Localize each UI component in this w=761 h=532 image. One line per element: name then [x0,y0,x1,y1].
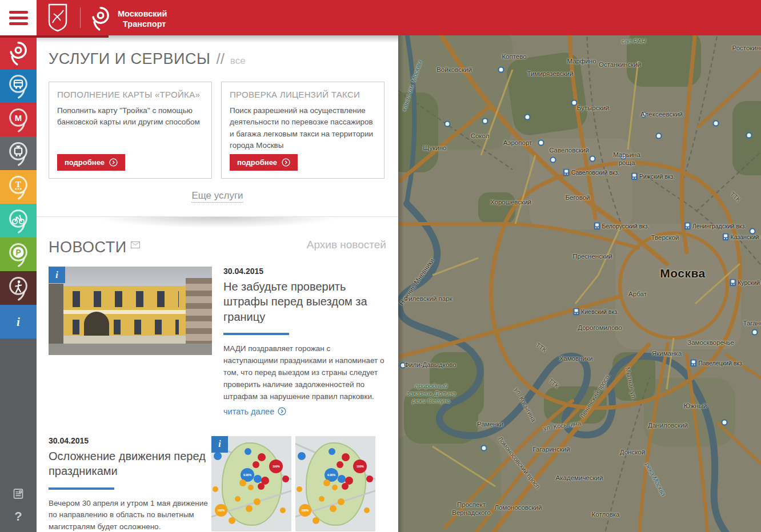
news-date: 30.04.2015 [49,436,211,445]
traffic-circle [330,505,337,512]
sidebar-item-metro[interactable]: М [0,103,37,136]
title-rule [223,333,289,335]
traffic-circle [248,485,254,490]
map-label: Хамовники [559,355,593,363]
arrow-circle-icon [109,158,118,167]
service-card-taxi-license[interactable]: ПРОВЕРКА ЛИЦЕНЗИЙ ТАКСИ Поиск разрешений… [221,82,384,179]
map-label: Савеловский [549,147,589,155]
traffic-circle [337,461,343,468]
traffic-circle [235,496,241,502]
sidebar-item-commuter-rail[interactable] [0,136,37,170]
brand-line1: Московский [118,9,167,19]
traffic-circle [253,461,259,468]
details-button[interactable]: подробнее [57,154,125,171]
metro-station-dot [722,420,728,426]
traffic-circle [342,453,350,461]
railway-station-icon [573,308,579,316]
map-label: Раменки [477,421,503,429]
sidebar-news-feed-button[interactable] [12,487,25,500]
map-label: Арбат [628,291,647,299]
mail-subscribe-icon[interactable] [131,240,140,251]
card-title: ПРОВЕРКА ЛИЦЕНЗИЙ ТАКСИ [230,90,376,99]
traffic-circle [329,448,335,455]
traffic-circle [332,485,338,490]
railway-station-icon [730,279,736,287]
map-label: сад РАН [622,38,646,45]
news-item-title[interactable]: Не забудьте проверить штрафы перед выезд… [223,279,386,324]
content-panel: УСЛУГИ И СЕРВИСЫ // все ПОПОЛНЕНИЕ КАРТЫ… [37,35,398,532]
map-label: Котловка [592,511,620,519]
news-item: 30.04.2015 Осложнение движения перед пра… [49,436,386,532]
map-label: Бутырский [577,104,610,112]
metro-station-dot [713,120,719,127]
card-title: ПОПОЛНЕНИЕ КАРТЫ «ТРОЙКА» [57,90,203,99]
map-label: Останкинский [599,61,641,69]
news-archive-link[interactable]: Архив новостей [307,239,386,251]
metro-station-dot [444,121,451,127]
metro-station-dot [550,157,556,163]
service-card-troika[interactable]: ПОПОЛНЕНИЕ КАРТЫ «ТРОЙКА» Пополнить карт… [49,82,212,179]
news-body: Вечером 30 апреля и утром 1 мая движение… [49,498,211,532]
svg-text:i: i [17,315,20,329]
traffic-circle [366,475,373,482]
brand-name[interactable]: Московский Транспорт [118,9,167,29]
traffic-circle [213,486,218,492]
sidebar-item-ground-transport[interactable] [0,69,37,103]
railway-station-icon [594,223,600,230]
more-services-link[interactable]: Еще услуги [191,190,243,203]
map-label: Фили-Давыдково [404,361,456,369]
news-section: НОВОСТИ Архив новостей i 30.04.20 [37,239,398,532]
news-body: МАДИ поздравляет горожан с наступающими … [223,343,386,403]
sidebar-help-button[interactable]: ? [14,509,22,524]
header: Московский Транспорт [0,0,761,35]
news-image-traffic-maps[interactable]: 100%9.98%100% 100%9.98%100% i [211,436,375,531]
title-rule [49,487,114,490]
map-label: Аэропорт [503,139,532,147]
map-label: Щукино [423,144,447,152]
sidebar-item-parking[interactable]: Р [0,237,37,271]
card-body: Пополнить карту "Тройка" с помощью банко… [57,105,203,128]
city-area-shape [222,442,282,526]
city-area-shape [306,442,366,526]
traffic-circle [245,448,251,455]
news-image-building[interactable]: i [49,267,212,355]
info-badge: i [211,436,228,453]
sidebar-item-bike[interactable] [0,204,37,237]
map-station-label: Ленинградский вкз. [684,223,746,230]
menu-button[interactable] [0,0,37,35]
metro-station-dot [524,114,531,120]
map-label: Пресненский [572,253,612,261]
moscow-transport-logo-icon[interactable] [87,5,114,33]
metro-station-dot [481,445,487,452]
read-more-link[interactable]: читать далее [223,407,286,416]
sidebar-item-taxi[interactable]: Т [0,170,37,204]
news-item: i 30.04.2015 Не забудьте проверить штраф… [49,267,386,417]
details-button[interactable]: подробнее [230,154,298,171]
map-label: Замоскворечье [687,339,734,347]
sidebar-item-info[interactable]: i [0,305,37,338]
railway-station-icon [684,223,691,230]
sidebar-item-transport-home[interactable] [0,35,37,69]
map-label: Алексеевский [640,111,683,119]
card-body: Поиск разрешений на осуществление деятел… [230,105,376,151]
map-label: Марфино [567,58,596,66]
question-icon: ? [14,509,22,524]
arrow-circle-icon [282,158,290,167]
traffic-circle [313,517,319,524]
city-map[interactable]: КоптевоВойковскийТимирязевскийМарфиноОст… [398,35,761,532]
traffic-circle [298,452,306,460]
traffic-circle [229,517,235,524]
svg-text:М: М [15,112,22,122]
traffic-circle [258,483,265,490]
photo-detail [186,278,212,344]
services-title-separator: // [216,50,224,68]
services-all-link[interactable]: все [230,55,246,67]
map-station-label: Киевский вкз. [573,308,619,316]
map-label: Южный [684,402,707,410]
traffic-circle: 100% [353,460,367,473]
arrow-circle-icon [278,407,286,416]
sidebar-item-pedestrian[interactable] [0,271,37,305]
brand-line2: Транспорт [123,19,167,29]
metro-station-dot [590,156,596,162]
news-item-title[interactable]: Осложнение движения перед праздниками [49,449,211,479]
